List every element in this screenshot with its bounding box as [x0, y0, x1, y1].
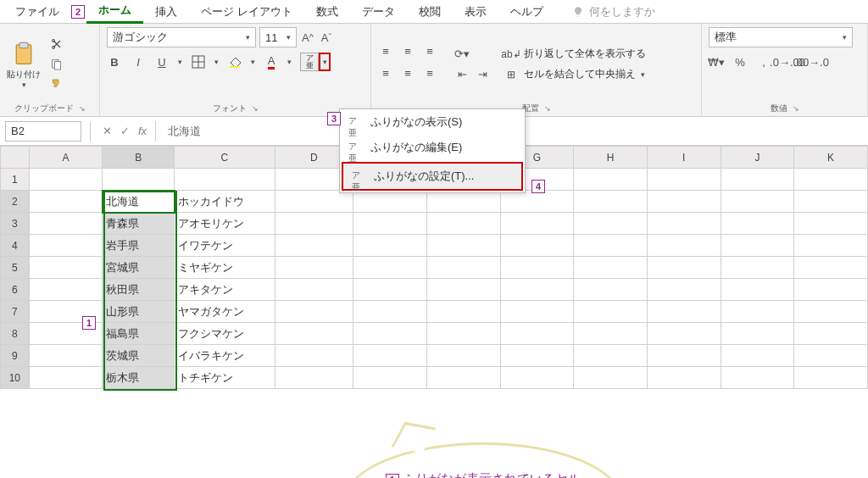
furigana-button[interactable]: ア亜: [300, 53, 319, 71]
tab-help[interactable]: ヘルプ: [498, 1, 555, 23]
cut-button[interactable]: [49, 36, 64, 52]
row-header[interactable]: 10: [1, 367, 30, 389]
insert-function-button[interactable]: fx: [138, 125, 147, 137]
callout-line1: ふりがなが表示されているセル: [403, 471, 581, 478]
cell-C6[interactable]: アキタケン: [175, 279, 275, 301]
cell-C5[interactable]: ミヤギケン: [175, 257, 275, 279]
font-color-button[interactable]: A: [264, 54, 279, 69]
cell-B5[interactable]: 宮城県: [103, 257, 175, 279]
fill-color-button[interactable]: [227, 54, 242, 69]
decrease-decimal-button[interactable]: .00→.0: [804, 54, 819, 69]
dialog-launcher-icon[interactable]: ↘: [793, 104, 799, 113]
tab-file[interactable]: ファイル: [3, 1, 71, 23]
cell-B10[interactable]: 栃木県: [103, 367, 175, 389]
merge-center-button[interactable]: ⊞セルを結合して中央揃え ▾: [504, 67, 646, 82]
tab-view[interactable]: 表示: [453, 1, 498, 23]
cell-B2[interactable]: 北海道: [103, 191, 175, 213]
brush-icon: [50, 78, 64, 92]
name-box[interactable]: B2: [5, 121, 81, 142]
row-header[interactable]: 9: [1, 345, 30, 367]
row-header[interactable]: 3: [1, 213, 30, 235]
bucket-icon: [228, 55, 242, 69]
align-left-button[interactable]: ≡: [378, 66, 393, 81]
underline-button[interactable]: U: [154, 54, 170, 69]
cell-B4[interactable]: 岩手県: [103, 235, 175, 257]
font-size-select[interactable]: 11▾: [259, 27, 297, 47]
select-all-corner[interactable]: [1, 147, 30, 169]
format-painter-button[interactable]: [49, 77, 64, 92]
cell-B9[interactable]: 茨城県: [103, 345, 175, 367]
font-size-value: 11: [265, 31, 277, 44]
row-header[interactable]: 6: [1, 279, 30, 301]
tell-me[interactable]: 何をしますか: [572, 4, 655, 19]
align-top-button[interactable]: ≡: [378, 44, 393, 59]
furigana-show-item[interactable]: ア亜 ふりがなの表示(S): [340, 109, 525, 135]
cell-C10[interactable]: トチギケン: [175, 367, 275, 389]
col-header-B[interactable]: B: [103, 147, 175, 169]
col-header-J[interactable]: J: [721, 147, 794, 169]
instruction-callout: 1 ふりがなが表示されているセル ではなく、元となる漢字が 書かれているセルを選…: [343, 442, 623, 478]
dialog-launcher-icon[interactable]: ↘: [252, 104, 259, 113]
col-header-H[interactable]: H: [574, 147, 648, 169]
accounting-format-button[interactable]: ₩▾: [709, 54, 724, 69]
cell-B6[interactable]: 秋田県: [103, 279, 175, 301]
bold-button[interactable]: B: [107, 54, 122, 69]
furigana-dropdown-button[interactable]: ▾: [319, 53, 331, 71]
paste-label: 貼り付け: [7, 69, 41, 81]
col-header-A[interactable]: A: [29, 147, 103, 169]
tab-home[interactable]: ホーム: [86, 0, 143, 24]
wrap-icon: ab↲: [504, 47, 519, 62]
row-header[interactable]: 7: [1, 301, 30, 323]
col-header-I[interactable]: I: [647, 147, 721, 169]
furigana-settings-item[interactable]: ア亜 ふりがなの設定(T)...: [342, 162, 523, 191]
col-header-K[interactable]: K: [794, 147, 868, 169]
dialog-launcher-icon[interactable]: ↘: [544, 104, 551, 113]
ribbon: 貼り付け ▾ クリップボード↘ 游ゴシック▾ 11▾ A^ Aˇ: [0, 24, 868, 117]
enter-formula-button[interactable]: ✓: [120, 125, 130, 137]
annotation-4: 4: [531, 180, 545, 193]
row-header[interactable]: 4: [1, 235, 30, 257]
furigana-edit-item[interactable]: ア亜 ふりがなの編集(E): [340, 135, 525, 160]
orientation-button[interactable]: ⟳▾: [454, 47, 470, 62]
border-button[interactable]: [191, 54, 206, 69]
cell-C2[interactable]: ホッカイドウ: [175, 191, 275, 213]
decrease-font-button[interactable]: Aˇ: [319, 30, 334, 45]
align-middle-button[interactable]: ≡: [400, 44, 415, 59]
cell-C4[interactable]: イワテケン: [175, 235, 275, 257]
merge-icon: ⊞: [504, 67, 519, 82]
row-header[interactable]: 2: [1, 191, 30, 213]
tab-data[interactable]: データ: [350, 1, 407, 23]
cell-B8[interactable]: 福島県: [103, 323, 175, 345]
font-name-select[interactable]: 游ゴシック▾: [107, 27, 256, 47]
percent-format-button[interactable]: %: [732, 54, 748, 69]
decrease-indent-button[interactable]: ⇤: [454, 67, 470, 82]
number-format-select[interactable]: 標準▾: [709, 27, 853, 47]
row-header[interactable]: 8: [1, 323, 30, 345]
wrap-text-button[interactable]: ab↲折り返して全体を表示する: [504, 47, 646, 62]
italic-button[interactable]: I: [131, 54, 146, 69]
align-right-button[interactable]: ≡: [422, 66, 437, 81]
tab-insert[interactable]: 挿入: [143, 1, 189, 23]
increase-indent-button[interactable]: ⇥: [475, 67, 490, 82]
cell-B7[interactable]: 山形県: [103, 301, 175, 323]
tab-formulas[interactable]: 数式: [304, 1, 350, 23]
cell-C3[interactable]: アオモリケン: [175, 213, 275, 235]
cell-B3[interactable]: 青森県: [103, 213, 175, 235]
tab-page-layout[interactable]: ページ レイアウト: [189, 1, 304, 23]
tab-review[interactable]: 校閲: [407, 1, 453, 23]
paste-button[interactable]: 貼り付け ▾: [7, 40, 41, 89]
cell-C9[interactable]: イバラキケン: [175, 345, 275, 367]
cell-C7[interactable]: ヤマガタケン: [175, 301, 275, 323]
increase-font-button[interactable]: A^: [300, 30, 315, 45]
row-header[interactable]: 5: [1, 257, 30, 279]
cell-C8[interactable]: フクシマケン: [175, 323, 275, 345]
copy-button[interactable]: [49, 57, 64, 72]
row-header[interactable]: 1: [1, 169, 30, 191]
annotation-3: 3: [327, 112, 341, 125]
dialog-launcher-icon[interactable]: ↘: [79, 104, 86, 113]
align-bottom-button[interactable]: ≡: [422, 44, 437, 59]
align-center-button[interactable]: ≡: [400, 66, 415, 81]
col-header-C[interactable]: C: [175, 147, 275, 169]
formula-input[interactable]: 北海道: [155, 121, 201, 142]
cancel-formula-button[interactable]: ✕: [103, 125, 112, 137]
